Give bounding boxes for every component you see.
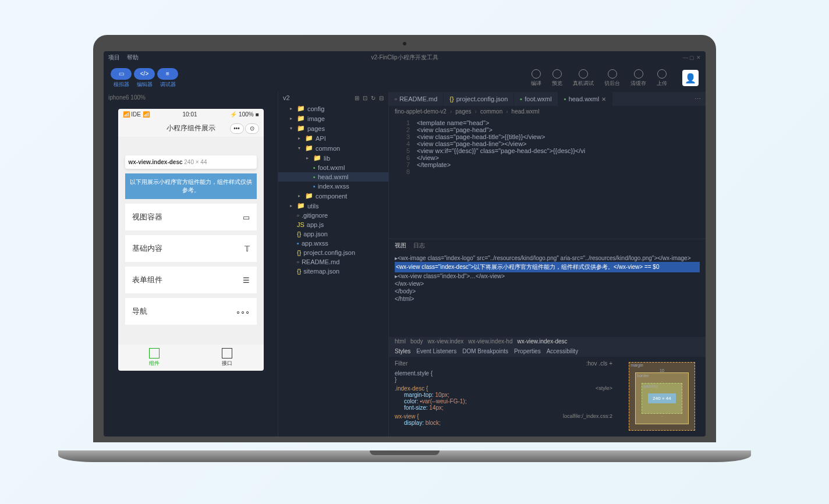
list-item[interactable]: 视图容器▭: [125, 204, 257, 230]
window-controls[interactable]: — ▢ ✕: [683, 55, 701, 61]
devtools: 视图 日志 ▸<wx-image class="index-logo" src=…: [389, 239, 706, 436]
collapse-icon[interactable]: ⊟: [379, 95, 384, 101]
simulator-panel: iphone6 100% 📶 IDE 📶 10:01 ⚡ 100% ■ 小程序组…: [104, 92, 278, 436]
list-item[interactable]: 基础内容𝕋: [125, 235, 257, 262]
tab-footwxml[interactable]: ▪foot.wxml: [514, 92, 558, 106]
highlighted-element[interactable]: 以下用展示小程序官方组件能力，组件样式仅供参考。: [125, 173, 257, 199]
dom-inspector[interactable]: ▸<wx-image class="index-logo" src="../re…: [389, 252, 706, 337]
new-folder-icon[interactable]: ⊡: [363, 95, 367, 101]
file-headwxml[interactable]: ▪head.wxml: [278, 172, 388, 182]
avatar[interactable]: 👤: [682, 70, 699, 86]
folder-component[interactable]: ▸📁component: [278, 191, 388, 201]
new-file-icon[interactable]: ⊞: [355, 95, 359, 101]
file-appjs[interactable]: JSapp.js: [278, 220, 388, 229]
menu-icon: ☰: [243, 276, 250, 285]
file-appwxss[interactable]: ▪app.wxss: [278, 239, 388, 248]
menubar: 项目 帮助 v2-FinClip小程序开发工具 — ▢ ✕: [104, 51, 706, 64]
pill-editor[interactable]: </>: [134, 68, 155, 80]
action-preview[interactable]: 预览: [552, 69, 562, 87]
app-title: 小程序组件展示: [166, 123, 215, 133]
menu-help[interactable]: 帮助: [127, 54, 139, 62]
folder-common[interactable]: ▾📁common: [278, 143, 388, 153]
text-icon: 𝕋: [245, 244, 250, 253]
menu-project[interactable]: 项目: [108, 54, 120, 62]
toolbar: ▭ </> ≡ 模拟器 编辑器 调试器 编译 预览 真机调试 切后台 清缓存 上…: [104, 64, 706, 92]
file-indexwxss[interactable]: ▪index.wxss: [278, 182, 388, 191]
action-switch[interactable]: 切后台: [604, 69, 620, 87]
folder-config[interactable]: ▸📁config: [278, 104, 388, 113]
tab-readme[interactable]: ▫README.md: [389, 92, 444, 106]
tab-projectconfig[interactable]: {}project.config.json: [444, 92, 514, 106]
close-icon[interactable]: ⊙: [245, 123, 259, 134]
file-readme[interactable]: ▫README.md: [278, 257, 388, 267]
breadcrumb: fino-applet-demo-v2› pages› common› head…: [389, 106, 706, 117]
phone-simulator: 📶 IDE 📶 10:01 ⚡ 100% ■ 小程序组件展示 ••• ⊙ wx-…: [118, 109, 264, 371]
chevron-icon: ▭: [243, 213, 250, 222]
explorer-root: v2: [283, 94, 290, 101]
ide-window: 项目 帮助 v2-FinClip小程序开发工具 — ▢ ✕ ▭ </> ≡ 模拟…: [104, 51, 706, 436]
file-footwxml[interactable]: ▪foot.wxml: [278, 163, 388, 172]
action-compile[interactable]: 编译: [531, 69, 541, 87]
nav-icon: ∘∘∘: [236, 307, 250, 316]
file-appjson[interactable]: {}app.json: [278, 229, 388, 239]
file-gitignore[interactable]: ▫.gitignore: [278, 211, 388, 220]
refresh-icon[interactable]: ↻: [371, 95, 375, 101]
inspect-tooltip: wx-view.index-desc 240 × 44: [125, 155, 257, 169]
folder-image[interactable]: ▸📁image: [278, 113, 388, 123]
styles-panel[interactable]: Filter:hov .cls + element.style { } .ind…: [389, 357, 618, 437]
action-remote[interactable]: 真机调试: [573, 69, 594, 87]
list-item[interactable]: 表单组件☰: [125, 267, 257, 293]
selected-dom-node[interactable]: <wx-view class="index-desc">以下将展示小程序官方组件…: [395, 262, 700, 272]
pill-debug[interactable]: ≡: [157, 68, 178, 80]
file-projectconfig[interactable]: {}project.config.json: [278, 248, 388, 257]
tab-headwxml[interactable]: ▪head.wxml✕: [558, 92, 612, 106]
filter-input[interactable]: Filter: [395, 360, 408, 367]
file-explorer: v2 ⊞⊡↻⊟ ▸📁config ▸📁image ▾📁pages ▸📁API ▾…: [278, 92, 389, 436]
more-icon[interactable]: ⋯: [690, 95, 706, 103]
code-editor[interactable]: 1<template name="head"> 2 <view class="p…: [389, 117, 706, 239]
box-model: margin10 border- padding- 240 × 44 - -: [618, 357, 706, 437]
styles-tab[interactable]: Styles: [395, 348, 410, 354]
more-icon[interactable]: •••: [230, 123, 244, 134]
folder-api[interactable]: ▸📁API: [278, 133, 388, 143]
editor-tabs: ▫README.md {}project.config.json ▪foot.w…: [389, 92, 706, 106]
close-icon[interactable]: ✕: [601, 96, 606, 102]
tab-api[interactable]: 接口: [191, 345, 264, 371]
action-upload[interactable]: 上传: [657, 69, 667, 87]
window-title: v2-FinClip小程序开发工具: [371, 54, 438, 62]
folder-utils[interactable]: ▸📁utils: [278, 201, 388, 211]
action-cache[interactable]: 清缓存: [630, 69, 646, 87]
dom-breadcrumb: html body wx-view.index wx-view.index-hd…: [389, 337, 706, 346]
laptop-frame: 项目 帮助 v2-FinClip小程序开发工具 — ▢ ✕ ▭ </> ≡ 模拟…: [93, 35, 716, 454]
device-info: iphone6 100%: [104, 92, 278, 103]
editor-area: ▫README.md {}project.config.json ▪foot.w…: [389, 92, 706, 436]
pill-simulator[interactable]: ▭: [111, 68, 132, 80]
tab-component[interactable]: 组件: [118, 345, 191, 371]
devtools-tab-view[interactable]: 视图: [395, 242, 406, 250]
file-sitemap[interactable]: {}sitemap.json: [278, 267, 388, 276]
folder-lib[interactable]: ▸📁lib: [278, 153, 388, 163]
list-item[interactable]: 导航∘∘∘: [125, 298, 257, 325]
devtools-tab-log[interactable]: 日志: [413, 242, 425, 250]
folder-pages[interactable]: ▾📁pages: [278, 123, 388, 133]
